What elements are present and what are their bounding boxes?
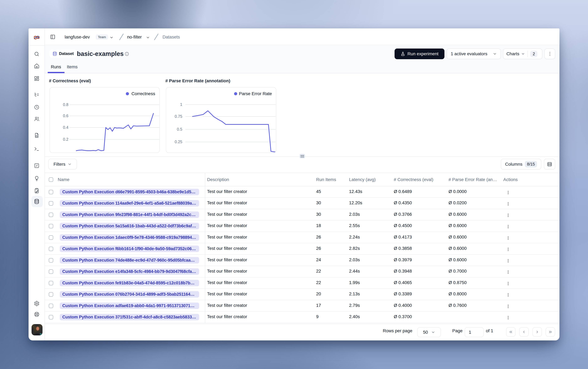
svg-text:Parse Error Rate: Parse Error Rate: [239, 91, 272, 96]
svg-text:0.6: 0.6: [63, 113, 69, 118]
svg-text:0.2: 0.2: [63, 137, 69, 142]
svg-text:Correctness: Correctness: [131, 91, 155, 96]
svg-text:0.5: 0.5: [177, 127, 182, 132]
svg-text:0.75: 0.75: [175, 114, 182, 119]
svg-text:1: 1: [180, 102, 182, 107]
svg-text:0.25: 0.25: [175, 140, 182, 144]
svg-text:0.8: 0.8: [63, 102, 69, 107]
svg-text:0.4: 0.4: [63, 125, 69, 130]
